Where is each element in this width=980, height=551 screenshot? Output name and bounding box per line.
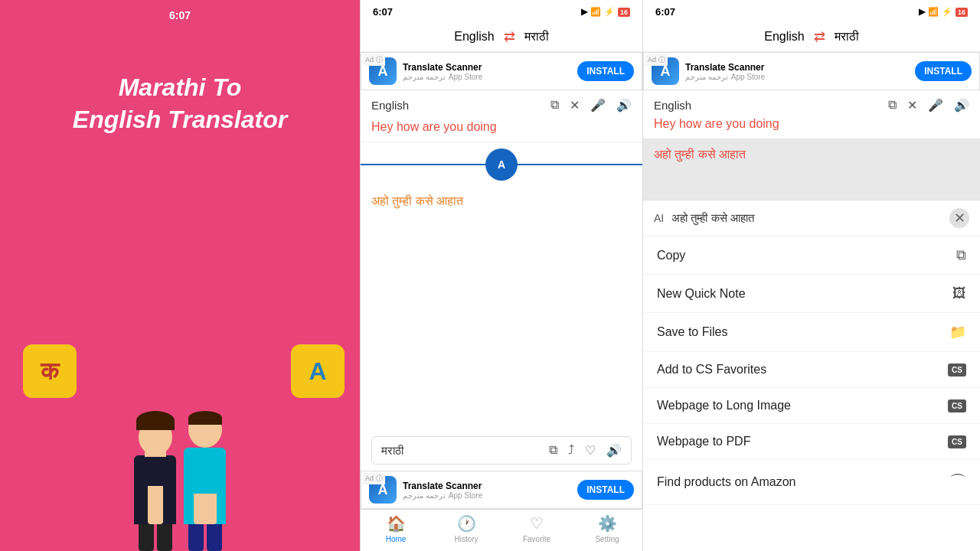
illustration-area: क A <box>0 306 360 551</box>
panel-pink-background: 6:07 Marathi ToEnglish Translator क A <box>0 0 360 551</box>
tts-icon-output[interactable]: 🔊 <box>606 443 622 458</box>
right-toolbar-icons: ⧉ ✕ 🎤 🔊 <box>888 98 969 112</box>
status-icons-middle: ▶ 📶 ⚡ 16 <box>581 7 630 17</box>
status-bar-middle: 6:07 ▶ 📶 ⚡ 16 <box>361 0 642 22</box>
menu-item-cs-favorites[interactable]: Add to CS Favorites CS <box>643 352 980 388</box>
menu-item-save-files[interactable]: Save to Files 📁 <box>643 313 980 352</box>
input-lang-label-middle: English <box>371 99 409 112</box>
right-mic-icon[interactable]: 🎤 <box>928 98 943 112</box>
panel-phone-middle: 6:07 ▶ 📶 ⚡ 16 English ⇄ मराठी Ad ⓘ A Tra… <box>360 0 643 551</box>
right-input-text: Hey how are you doing <box>654 117 969 131</box>
right-clear-icon[interactable]: ✕ <box>907 98 917 112</box>
cs-badge-favorites: CS <box>948 364 966 377</box>
tab-favorite-label: Favorite <box>523 535 550 543</box>
output-toolbar-middle: मराठी ⧉ ⤴ ♡ 🔊 <box>371 436 632 465</box>
status-bar-pink: 6:07 <box>0 0 360 26</box>
lang-from-right[interactable]: English <box>764 30 804 44</box>
divider-area-middle: A <box>361 142 642 187</box>
time-right: 6:07 <box>655 6 675 18</box>
right-input-area: English ⧉ ✕ 🎤 🔊 Hey how are you doing <box>643 90 980 139</box>
ad-text-bottom: Translate Scanner ترجمه مترجم App Store <box>403 481 571 500</box>
lang-bar-right[interactable]: English ⇄ मराठी <box>643 22 980 52</box>
tab-history-label: History <box>454 535 478 543</box>
bubble-right: A <box>291 344 345 398</box>
lang-bar-middle[interactable]: English ⇄ मराठी <box>361 22 642 52</box>
ai-icon: AI <box>654 212 664 224</box>
lang-to-right[interactable]: मराठी <box>835 30 859 44</box>
speaker-icon[interactable]: 🔊 <box>616 98 632 112</box>
share-menu-container: AI अहो तुम्ही कसे आहात ✕ Copy ⧉ New Quic… <box>643 200 980 551</box>
note-icon-menu: 🖼 <box>952 285 966 302</box>
copy-icon-output[interactable]: ⧉ <box>549 443 557 458</box>
ad-banner-right[interactable]: Ad ⓘ A Translate Scanner ترجمه مترجم App… <box>643 52 980 90</box>
output-area-middle: अहो तुम्ही कसे आहात <box>361 187 642 430</box>
input-toolbar-middle: English ⧉ ✕ 🎤 🔊 <box>371 98 632 112</box>
home-icon: 🏠 <box>387 514 406 533</box>
install-button-bottom[interactable]: INSTALL <box>577 480 634 500</box>
toolbar-icons-middle: ⧉ ✕ 🎤 🔊 <box>550 98 632 112</box>
input-area-middle: English ⧉ ✕ 🎤 🔊 Hey how are you doing <box>361 90 642 142</box>
tab-favorite[interactable]: ♡ Favorite <box>501 514 572 543</box>
share-icon-output[interactable]: ⤴ <box>568 443 574 458</box>
tab-history[interactable]: 🕐 History <box>431 514 501 543</box>
clear-icon[interactable]: ✕ <box>570 98 580 112</box>
setting-icon: ⚙️ <box>598 514 617 533</box>
close-share-button[interactable]: ✕ <box>949 208 969 228</box>
output-toolbar-wrapper: मराठी ⧉ ⤴ ♡ 🔊 <box>361 430 642 471</box>
ad-text-middle: Translate Scanner ترجمه مترجم App Store <box>403 62 571 81</box>
share-menu: AI अहो तुम्ही कसे आहात ✕ Copy ⧉ New Quic… <box>643 200 980 505</box>
ad-banner-top-middle[interactable]: Ad ⓘ A Translate Scanner ترجمه مترجم App… <box>361 52 642 90</box>
ad-banner-bottom-middle[interactable]: Ad ⓘ A Translate Scanner ترجمه مترجم App… <box>361 471 642 509</box>
copy-icon-menu: ⧉ <box>956 247 966 263</box>
figures <box>134 411 226 551</box>
boy-figure <box>184 411 226 551</box>
bubble-left: क <box>23 344 77 398</box>
panel-right: 6:07 ▶ 📶 ⚡ 16 English ⇄ मराठी Ad ⓘ A Tra… <box>643 0 980 551</box>
cs-badge-pdf: CS <box>948 435 966 448</box>
right-input-toolbar: English ⧉ ✕ 🎤 🔊 <box>654 98 969 112</box>
app-title-pink: Marathi ToEnglish Translator <box>42 72 318 135</box>
right-output-area: अहो तुम्ही कसे आहात <box>643 139 980 200</box>
heart-icon-output[interactable]: ♡ <box>585 443 596 458</box>
status-bar-right: 6:07 ▶ 📶 ⚡ 16 <box>643 0 980 22</box>
time-label: 6:07 <box>169 9 191 21</box>
menu-item-quick-note[interactable]: New Quick Note 🖼 <box>643 275 980 313</box>
history-icon: 🕐 <box>457 514 476 533</box>
clipboard-icon[interactable]: ⧉ <box>550 98 559 112</box>
menu-item-amazon[interactable]: Find products on Amazon ⌒ <box>643 460 980 505</box>
output-lang-label: मराठी <box>381 444 403 458</box>
right-clipboard-icon[interactable]: ⧉ <box>888 98 897 112</box>
mic-icon[interactable]: 🎤 <box>590 98 606 112</box>
share-input-row: AI अहो तुम्ही कसे आहात ✕ <box>643 201 980 236</box>
tab-home[interactable]: 🏠 Home <box>361 514 431 543</box>
menu-item-copy[interactable]: Copy ⧉ <box>643 236 980 275</box>
tab-bar: 🏠 Home 🕐 History ♡ Favorite ⚙️ Setting <box>361 509 642 551</box>
translate-button-middle[interactable]: A <box>485 148 518 181</box>
menu-item-long-image[interactable]: Webpage to Long Image CS <box>643 388 980 424</box>
input-text-middle[interactable]: Hey how are you doing <box>371 117 632 137</box>
amazon-icon-menu: ⌒ <box>949 471 966 494</box>
right-speaker-icon[interactable]: 🔊 <box>954 98 969 112</box>
output-icons: ⧉ ⤴ ♡ 🔊 <box>549 443 622 458</box>
swap-icon-middle[interactable]: ⇄ <box>504 28 515 45</box>
folder-icon-menu: 📁 <box>949 324 966 341</box>
right-phone-top: 6:07 ▶ 📶 ⚡ 16 English ⇄ मराठी Ad ⓘ A Tra… <box>643 0 980 200</box>
time-middle: 6:07 <box>373 6 393 18</box>
girl-figure <box>134 411 176 551</box>
tab-setting[interactable]: ⚙️ Setting <box>572 514 642 543</box>
right-input-lang-label: English <box>654 99 691 112</box>
menu-item-pdf[interactable]: Webpage to PDF CS <box>643 424 980 460</box>
right-output-text: अहो तुम्ही कसे आहात <box>654 148 969 161</box>
cs-badge-long-image: CS <box>948 399 966 412</box>
tab-setting-label: Setting <box>595 535 619 543</box>
ad-text-right: Translate Scanner ترجمه مترجم App Store <box>685 62 909 81</box>
install-button-right[interactable]: INSTALL <box>915 61 972 81</box>
lang-from-middle[interactable]: English <box>454 30 494 44</box>
share-text-display: अहो तुम्ही कसे आहात <box>671 211 942 225</box>
status-icons-right: ▶ 📶 ⚡ 16 <box>919 7 968 17</box>
lang-to-middle[interactable]: मराठी <box>524 30 549 44</box>
swap-icon-right[interactable]: ⇄ <box>814 28 825 45</box>
install-button-middle[interactable]: INSTALL <box>577 61 634 81</box>
tab-home-label: Home <box>386 535 407 543</box>
favorite-icon: ♡ <box>530 514 544 533</box>
